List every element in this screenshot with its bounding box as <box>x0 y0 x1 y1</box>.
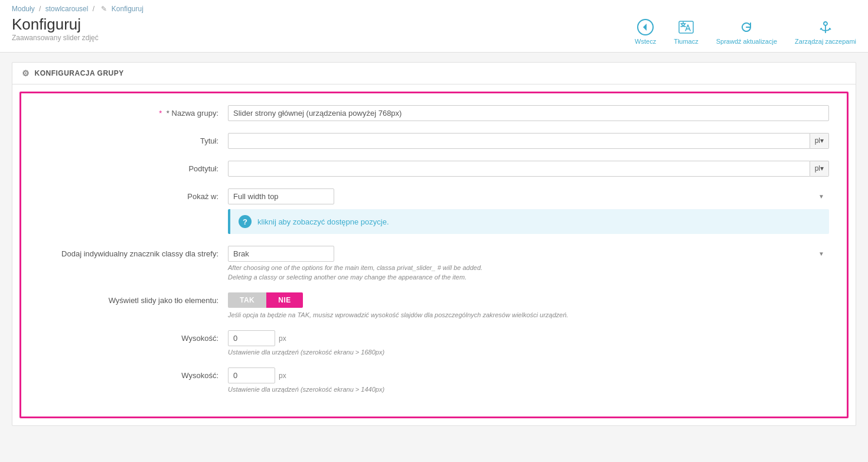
height2-help: Ustawienie dla urządzeń (szerokość ekran… <box>228 386 829 393</box>
tak-button[interactable]: TAK <box>228 292 266 308</box>
translate-icon <box>677 18 696 37</box>
height1-input[interactable] <box>228 330 275 346</box>
podtytul-wrap: pl▾ <box>228 161 829 177</box>
class-row: Dodaj indywidualny znacznik classy dla s… <box>39 246 829 281</box>
height1-wrap: px Ustawienie dla urządzeń (szerokość ek… <box>228 330 829 356</box>
pokaz-w-row: Pokaż w: Full width top Full width botto… <box>39 188 829 234</box>
manage-hooks-button[interactable]: Zarządzaj zaczepami <box>795 18 856 45</box>
page-title: Konfiguruj <box>12 15 99 34</box>
bg-help-text: Jeśli opcja ta będzie na TAK, musisz wpr… <box>228 311 829 318</box>
podtytul-label: Podtytuł: <box>39 161 228 173</box>
height1-label: Wysokość: <box>39 330 228 343</box>
height1-help: Ustawienie dla urządzeń (szerokość ekran… <box>228 349 829 356</box>
height2-px: px <box>279 372 286 380</box>
breadcrumb: Moduły / stowlcarousel / ✎ Konfiguruj <box>12 5 856 13</box>
info-box[interactable]: ? kliknij aby zobaczyć dostępne pozycje. <box>228 209 829 234</box>
check-updates-button[interactable]: Sprawdź aktualizacje <box>716 18 777 45</box>
pokaz-w-select-wrap: Full width top Full width bottom Left co… <box>228 188 829 204</box>
podtytul-lang-dropdown[interactable]: pl▾ <box>810 161 829 177</box>
class-help1: After choosing one of the options for th… <box>228 264 829 271</box>
nazwa-grupy-row: * * Nazwa grupy: <box>39 105 829 121</box>
tytul-label: Tytuł: <box>39 133 228 145</box>
anchor-icon <box>816 18 835 37</box>
toolbar-actions: Wstecz Tłumacz <box>635 15 856 45</box>
podtytul-input[interactable] <box>228 161 810 177</box>
form-pink-border: * * Nazwa grupy: Tytuł: pl▾ <box>19 92 849 418</box>
back-button[interactable]: Wstecz <box>635 18 656 45</box>
tytul-lang-dropdown[interactable]: pl▾ <box>810 133 829 149</box>
height2-label: Wysokość: <box>39 367 228 380</box>
info-icon: ? <box>239 215 252 228</box>
display-bg-label: Wyświetl slidy jako tło elementu: <box>39 292 228 305</box>
tytul-input[interactable] <box>228 133 810 149</box>
pokaz-w-label: Pokaż w: <box>39 188 228 201</box>
pokaz-w-wrap: Full width top Full width bottom Left co… <box>228 188 829 234</box>
svg-marker-1 <box>643 24 647 31</box>
height2-wrap: px Ustawienie dla urządzeń (szerokość ek… <box>228 367 829 393</box>
class-help2: Deleting a classy or selecting another o… <box>228 274 829 281</box>
info-link[interactable]: kliknij aby zobaczyć dostępne pozycje. <box>257 217 389 226</box>
svg-rect-2 <box>679 21 693 33</box>
pokaz-w-select[interactable]: Full width top Full width bottom Left co… <box>228 188 334 204</box>
tytul-row: Tytuł: pl▾ <box>39 133 829 149</box>
class-label: Dodaj indywidualny znacznik classy dla s… <box>39 246 228 258</box>
height1-row: Wysokość: px Ustawienie dla urządzeń (sz… <box>39 330 829 356</box>
tytul-wrap: pl▾ <box>228 133 829 149</box>
class-arrow-icon: ▼ <box>818 250 824 257</box>
toggle-group: TAK NIE <box>228 292 303 308</box>
nazwa-grupy-wrap <box>228 105 829 121</box>
podtytul-row: Podtytuł: pl▾ <box>39 161 829 177</box>
nazwa-grupy-input[interactable] <box>228 105 829 121</box>
nazwa-grupy-label: * * Nazwa grupy: <box>39 105 228 118</box>
display-bg-wrap: TAK NIE Jeśli opcja ta będzie na TAK, mu… <box>228 292 829 318</box>
height2-input[interactable] <box>228 367 275 383</box>
config-section: ⚙ KONFIGURACJA GRUPY * * Nazwa grupy: Ty… <box>12 62 856 426</box>
refresh-icon <box>737 18 756 37</box>
class-wrap: Brak 1 2 3 ▼ After choosing one of the o… <box>228 246 829 281</box>
section-header: ⚙ KONFIGURACJA GRUPY <box>12 63 856 84</box>
svg-point-3 <box>824 22 827 25</box>
gear-icon: ⚙ <box>22 69 30 78</box>
class-select-wrap: Brak 1 2 3 ▼ <box>228 246 829 262</box>
page-title-block: Konfiguruj Zaawansowany slider zdjęć <box>12 15 99 42</box>
translate-button[interactable]: Tłumacz <box>674 18 699 45</box>
page-subtitle: Zaawansowany slider zdjęć <box>12 34 99 42</box>
display-bg-row: Wyświetl slidy jako tło elementu: TAK NI… <box>39 292 829 318</box>
height1-px: px <box>279 334 286 343</box>
nie-button[interactable]: NIE <box>266 292 303 308</box>
class-select[interactable]: Brak 1 2 3 <box>228 246 334 262</box>
pokaz-w-arrow-icon: ▼ <box>818 193 824 200</box>
back-icon <box>636 18 655 37</box>
height2-row: Wysokość: px Ustawienie dla urządzeń (sz… <box>39 367 829 393</box>
